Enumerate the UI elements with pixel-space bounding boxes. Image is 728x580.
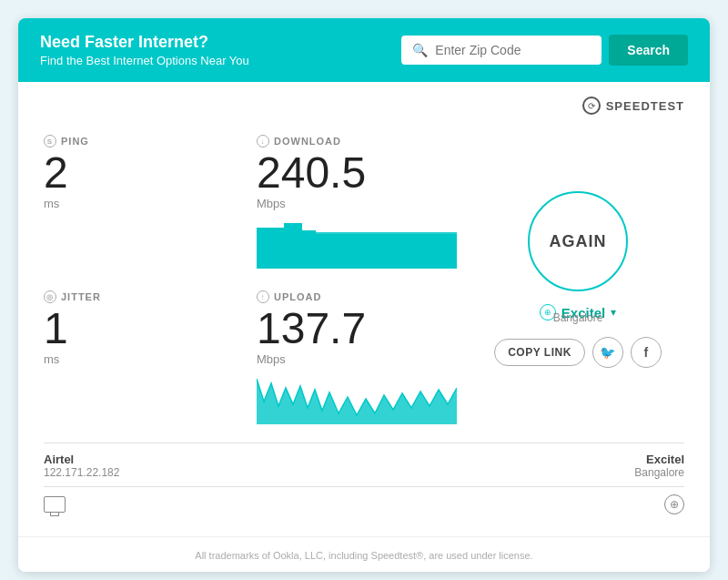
jitter-unit: ms bbox=[44, 352, 242, 366]
provider-row: ⊕ Excitel ▾ Bangalore bbox=[540, 304, 616, 324]
speedtest-header: ⟳ SPEEDTEST bbox=[44, 97, 684, 115]
ping-unit: ms bbox=[44, 197, 242, 210]
banner-subtext: Find the Best Internet Options Near You bbox=[40, 54, 249, 67]
isp-left-ip: 122.171.22.182 bbox=[44, 466, 119, 479]
copy-link-button[interactable]: COPY LINK bbox=[494, 339, 585, 366]
zip-code-input[interactable] bbox=[435, 43, 591, 57]
jitter-label-row: ◎ JITTER bbox=[44, 290, 242, 303]
isp-right-city: Bangalore bbox=[634, 466, 684, 479]
upload-chart bbox=[257, 370, 457, 424]
search-button[interactable]: Search bbox=[609, 35, 688, 66]
right-panel: AGAIN ⊕ Excitel ▾ Bangalore COPY LINK 🐦 bbox=[471, 124, 684, 435]
banner-search: 🔍 Search bbox=[401, 35, 688, 66]
isp-right-name: Excitel bbox=[634, 453, 684, 466]
ping-label-row: S PING bbox=[44, 135, 242, 148]
footer-globe-icon: ⊕ bbox=[664, 494, 684, 514]
facebook-button[interactable]: f bbox=[631, 337, 662, 368]
app-container: Need Faster Internet? Find the Best Inte… bbox=[18, 18, 710, 572]
twitter-icon: 🐦 bbox=[600, 345, 615, 360]
upload-unit: Mbps bbox=[257, 352, 457, 366]
upload-value: 137.7 bbox=[257, 307, 457, 351]
search-box: 🔍 bbox=[401, 36, 602, 65]
banner-text: Need Faster Internet? Find the Best Inte… bbox=[40, 33, 249, 67]
isp-left-name: Airtel bbox=[44, 453, 119, 466]
ping-block: S PING 2 ms bbox=[44, 124, 257, 280]
download-unit: Mbps bbox=[257, 197, 457, 210]
stats-grid: S PING 2 ms ↓ DOWNLOAD 240.5 Mbps bbox=[44, 124, 684, 435]
upload-label: UPLOAD bbox=[274, 291, 321, 302]
isp-right: Excitel Bangalore bbox=[634, 453, 684, 479]
svg-rect-1 bbox=[257, 228, 284, 269]
download-block: ↓ DOWNLOAD 240.5 Mbps bbox=[257, 124, 471, 280]
ping-icon: S bbox=[44, 135, 56, 148]
ping-label: PING bbox=[61, 136, 89, 147]
download-value: 240.5 bbox=[257, 151, 457, 195]
svg-rect-3 bbox=[302, 230, 316, 269]
upload-icon: ↑ bbox=[257, 290, 269, 303]
svg-rect-2 bbox=[284, 223, 302, 269]
speedtest-logo-label: SPEEDTEST bbox=[606, 99, 684, 113]
download-chart bbox=[257, 214, 457, 269]
jitter-block: ◎ JITTER 1 ms bbox=[44, 280, 257, 435]
action-buttons: COPY LINK 🐦 f bbox=[494, 337, 662, 368]
footer: All trademarks of Ookla, LLC, including … bbox=[18, 536, 710, 572]
ping-value: 2 bbox=[44, 151, 242, 195]
twitter-button[interactable]: 🐦 bbox=[592, 337, 623, 368]
bottom-icons-row: ⊕ bbox=[44, 486, 684, 518]
download-icon: ↓ bbox=[257, 135, 269, 148]
main-content: ⟳ SPEEDTEST S PING 2 ms ↓ DOWNLOAD 240.5 bbox=[18, 82, 710, 536]
footer-text: All trademarks of Ookla, LLC, including … bbox=[195, 550, 532, 561]
search-icon: 🔍 bbox=[412, 43, 428, 57]
jitter-value: 1 bbox=[44, 307, 242, 351]
facebook-icon: f bbox=[643, 345, 648, 360]
provider-city: Bangalore bbox=[553, 311, 603, 324]
upload-label-row: ↑ UPLOAD bbox=[257, 290, 457, 303]
again-button[interactable]: AGAIN bbox=[528, 191, 628, 291]
jitter-label: JITTER bbox=[61, 291, 101, 302]
jitter-icon: ◎ bbox=[44, 290, 56, 303]
svg-rect-4 bbox=[316, 234, 457, 269]
upload-block: ↑ UPLOAD 137.7 Mbps bbox=[257, 280, 471, 435]
provider-chevron-icon: ▾ bbox=[611, 306, 616, 319]
download-label-row: ↓ DOWNLOAD bbox=[257, 135, 457, 148]
isp-left: Airtel 122.171.22.182 bbox=[44, 453, 119, 479]
isp-divider-row: Airtel 122.171.22.182 Excitel Bangalore bbox=[44, 443, 684, 479]
banner-headline: Need Faster Internet? bbox=[40, 33, 249, 52]
device-icon bbox=[44, 496, 66, 513]
top-banner: Need Faster Internet? Find the Best Inte… bbox=[18, 18, 710, 82]
download-label: DOWNLOAD bbox=[274, 136, 341, 147]
speedtest-logo-icon: ⟳ bbox=[582, 97, 601, 115]
